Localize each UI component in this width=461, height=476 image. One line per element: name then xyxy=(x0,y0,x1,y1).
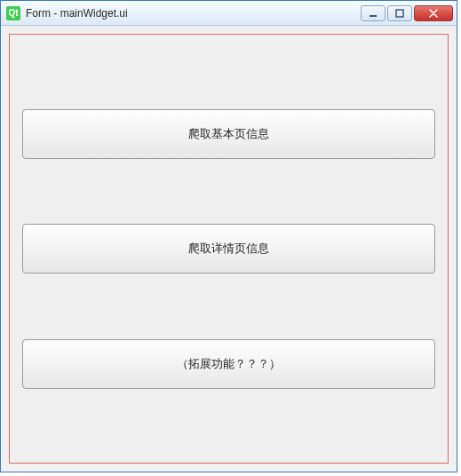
window-title: Form - mainWidget.ui xyxy=(26,7,361,20)
maximize-icon xyxy=(395,9,404,18)
close-icon xyxy=(428,9,439,18)
maximize-button[interactable] xyxy=(387,5,412,21)
extension-feature-button[interactable]: （拓展功能？？？） xyxy=(22,339,435,389)
minimize-button[interactable] xyxy=(361,5,385,21)
designer-window: Qt Form - mainWidget.ui 爬取基本页 xyxy=(0,0,457,472)
titlebar[interactable]: Qt Form - mainWidget.ui xyxy=(1,1,457,26)
button-label: 爬取基本页信息 xyxy=(188,126,269,142)
client-area: 爬取基本页信息 爬取详情页信息 （拓展功能？？？） xyxy=(1,26,457,472)
crawl-detail-page-button[interactable]: 爬取详情页信息 xyxy=(22,224,435,274)
minimize-icon xyxy=(369,9,378,18)
button-label: （拓展功能？？？） xyxy=(177,356,281,372)
crawl-basic-page-button[interactable]: 爬取基本页信息 xyxy=(22,109,435,159)
form-canvas[interactable]: 爬取基本页信息 爬取详情页信息 （拓展功能？？？） xyxy=(9,34,449,464)
qt-logo-icon: Qt xyxy=(6,6,20,20)
svg-rect-1 xyxy=(396,10,403,17)
button-label: 爬取详情页信息 xyxy=(188,241,269,257)
svg-rect-0 xyxy=(370,15,377,17)
close-button[interactable] xyxy=(414,5,453,21)
window-controls xyxy=(361,5,455,21)
